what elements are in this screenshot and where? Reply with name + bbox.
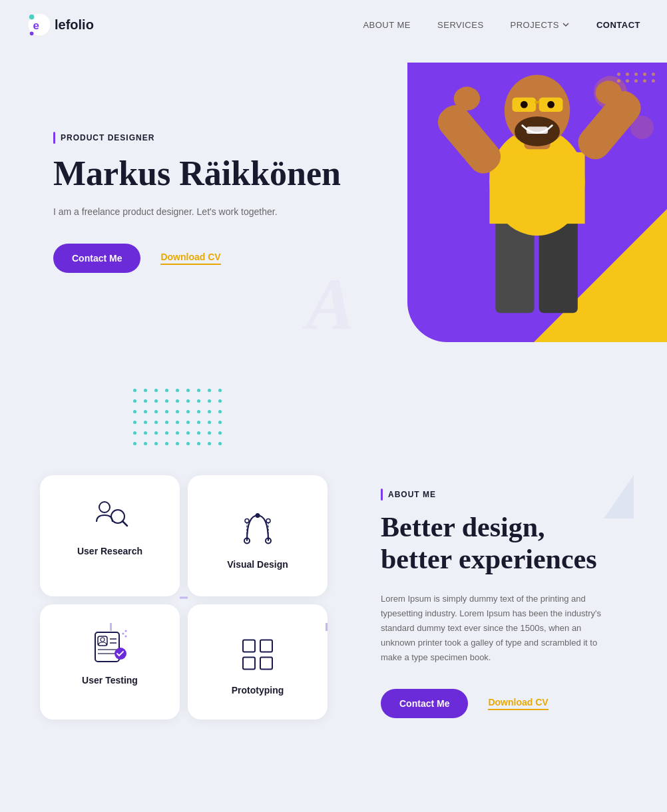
svg-rect-45 [260, 657, 272, 669]
connector-v2 [326, 623, 328, 631]
svg-text:e: e [33, 19, 40, 32]
svg-rect-18 [527, 126, 548, 134]
chevron-down-icon [562, 21, 570, 29]
about-section: ABOUT ME Better design, better experienc… [354, 475, 640, 745]
service-label-user-research: User Research [77, 546, 142, 556]
visual-design-icon [238, 508, 278, 548]
svg-point-20 [596, 81, 622, 104]
svg-point-33 [101, 638, 105, 642]
svg-rect-15 [535, 101, 539, 104]
hero-left: PRODUCT DESIGNER Markus Räikkönen I am a… [0, 63, 407, 342]
hero-image-area [407, 63, 667, 342]
connector-v1 [110, 623, 112, 631]
svg-point-16 [521, 101, 528, 108]
service-card-user-research: User Research [40, 475, 180, 596]
svg-point-19 [454, 87, 480, 110]
hero-section: PRODUCT DESIGNER Markus Räikkönen I am a… [0, 49, 667, 382]
svg-rect-43 [260, 640, 272, 652]
about-body: Lorem Ipsum is simply dummy text of the … [381, 592, 614, 665]
badge-text: PRODUCT DESIGNER [61, 133, 154, 142]
service-card-user-testing: User Testing [40, 604, 180, 719]
logo-icon: e [27, 12, 52, 37]
service-card-visual-design: Visual Design [188, 475, 328, 596]
svg-point-40 [125, 630, 127, 632]
hero-title: Markus Räikkönen [53, 154, 381, 192]
service-card-prototyping: Prototyping [188, 604, 328, 719]
svg-point-21 [99, 502, 110, 512]
about-badge-text: ABOUT ME [388, 490, 436, 499]
hero-bg-purple [407, 63, 667, 342]
watermark-letter: A [306, 262, 352, 347]
about-buttons: Contact Me Download CV [381, 689, 614, 718]
services-section: User Research [40, 475, 328, 719]
nav-links: ABOUT ME SERVICES PROJECTS CONTACT [363, 20, 640, 30]
svg-point-17 [547, 101, 555, 108]
svg-rect-7 [489, 152, 584, 224]
hero-subtitle: I am a freelance product designer. Let's… [53, 206, 280, 217]
about-badge: ABOUT ME [381, 489, 614, 501]
svg-rect-42 [243, 640, 255, 652]
dots-decoration-section [0, 382, 667, 462]
user-research-icon [90, 495, 130, 535]
service-label-visual-design: Visual Design [227, 559, 288, 570]
hero-badge: PRODUCT DESIGNER [53, 132, 381, 144]
badge-bar [53, 132, 55, 144]
svg-point-2 [30, 31, 34, 35]
svg-point-41 [125, 636, 127, 638]
nav-about[interactable]: ABOUT ME [363, 20, 411, 30]
about-badge-bar [381, 489, 383, 501]
logo-text: lefolio [55, 17, 94, 33]
svg-rect-44 [243, 657, 255, 669]
hero-person-illustration [424, 63, 650, 342]
logo[interactable]: e lefolio [27, 12, 94, 37]
services-grid: User Research [40, 475, 328, 719]
nav-contact[interactable]: CONTACT [596, 20, 640, 30]
svg-point-39 [122, 633, 124, 635]
nav-projects[interactable]: PROJECTS [511, 20, 570, 30]
navbar: e lefolio ABOUT ME SERVICES PROJECTS CON… [0, 0, 667, 49]
service-label-prototyping: Prototyping [232, 685, 284, 696]
services-about-row: User Research [0, 462, 667, 785]
nav-services[interactable]: SERVICES [437, 20, 484, 30]
hero-buttons: Contact Me Download CV [53, 244, 381, 273]
about-download-cv-button[interactable]: Download CV [488, 697, 548, 710]
svg-rect-8 [432, 99, 507, 180]
download-cv-button[interactable]: Download CV [160, 252, 220, 265]
svg-line-23 [122, 521, 127, 526]
about-title: Better design, better experiences [381, 511, 614, 576]
connector-h [180, 596, 188, 598]
contact-me-button[interactable]: Contact Me [53, 244, 140, 273]
prototyping-icon [238, 634, 278, 674]
dots-grid [133, 389, 667, 449]
service-label-user-testing: User Testing [82, 675, 138, 686]
deco-triangle [604, 475, 634, 518]
about-contact-me-button[interactable]: Contact Me [381, 689, 468, 718]
